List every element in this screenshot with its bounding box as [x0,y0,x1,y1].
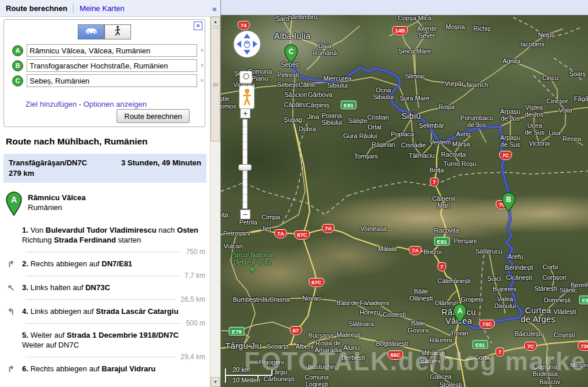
pegman-icon [242,89,252,106]
svg-text:B: B [506,196,511,204]
add-destination-link[interactable]: Ziel hinzufügen [26,100,77,108]
direction-step[interactable]: 1. Von Bulevardul Tudor Vladimirescu nac… [0,224,210,246]
pan-control[interactable] [233,30,261,58]
step-divider: 7,7 km [26,272,205,280]
divider-line [26,323,182,324]
turn-right-icon: ↱ [0,259,22,269]
step-divider: 750 m [26,248,205,256]
step-text: 2. Rechts abbiegen auf DN7/E81 [22,259,206,269]
step-distance: 29,4 km [180,353,205,361]
directions-panel: Route berechnen Meine Karten « × A×B×C× [0,0,221,387]
hand-icon [244,41,250,48]
direction-step[interactable]: ↱2. Rechts abbiegen auf DN7/E81 [0,258,210,270]
scale-km-label: 20 km [233,366,250,373]
divider-line [26,299,176,300]
turn-none-icon [0,225,22,245]
step-distance: 26,5 km [180,295,205,303]
waypoint-input-A[interactable] [27,44,197,57]
waypoint-input-C[interactable] [27,74,197,87]
step-text: 6. Rechts abbiegen auf Barajul Vidraru [22,364,206,374]
zoom-slider-handle[interactable] [238,164,252,171]
waypoint-letter-badge: A [12,45,23,56]
tab-route-berechnen[interactable]: Route berechnen [0,4,73,13]
panel-tab-bar: Route berechnen Meine Karten « [0,0,220,17]
scrollbar-grip [211,83,220,87]
direction-step[interactable]: ↱6. Rechts abbiegen auf Barajul Vidraru [0,363,210,375]
direction-step[interactable]: ↰4. Links abbiegen auf Strada Lascăr Cat… [0,305,210,317]
reset-view-icon [243,73,249,79]
pedestrian-icon [114,26,122,38]
route-summary: Transfăgărăşan/DN7C 3 Stunden, 49 Minute… [3,154,206,183]
waypoint-row: C× [4,73,205,88]
clear-waypoint-icon[interactable]: × [200,46,204,55]
calculate-route-button[interactable]: Route berechnen [117,109,190,123]
step-distance: 500 m [186,319,205,327]
park-tree-icon [248,266,256,275]
national-park-label: Parcul NaționalDefileul Jiului [231,251,274,266]
panel-scrollbar[interactable]: ▲ ▼ [210,17,220,387]
turn-none-icon [0,330,22,350]
waypoint-letter-badge: C [12,75,23,86]
zoom-out-button[interactable]: − [240,209,251,219]
route-start: A Râmnicu Vâlcea Rumänien [6,191,210,218]
waypoint-row: A× [4,43,205,58]
scrollbar-thumb[interactable] [210,28,220,142]
direction-step[interactable]: ↖3. Links halten auf DN73C [0,281,210,294]
step-divider: 500 m [26,319,205,327]
car-icon [84,27,99,37]
waypoint-row: B× [4,58,205,73]
turn-left-icon: ↰ [0,306,22,316]
scale-miles-label: 10 Meilen [233,377,260,384]
map-roads-layer [221,0,588,387]
step-text: 4. Links abbiegen auf Strada Lascăr Cata… [22,306,206,316]
summary-duration: 3 Stunden, 49 Minuten [121,158,201,168]
svg-text:A: A [11,195,17,204]
collapse-panel-icon[interactable]: « [209,3,220,13]
summary-road: Transfăgărăşan/DN7C [9,158,87,168]
panel-body: × A×B×C× Ziel hinzufügen - Optionen anze… [0,17,210,387]
mode-walk-button[interactable] [104,24,131,39]
turn-keep-left-icon: ↖ [0,283,22,292]
map-canvas[interactable]: SântimbruȘardAlba IuliaDaiaRomânăSebeșPe… [221,0,588,387]
map-top-strip [221,0,588,15]
scrollbar-up-icon[interactable]: ▲ [210,17,220,27]
waypoint-letter-badge: B [12,60,23,71]
summary-distance: 279 km [9,168,34,179]
tab-meine-karten[interactable]: Meine Karten [74,4,130,13]
step-text: 5. Weiter auf Strada 1 Decembrie 1918/DN… [22,330,206,350]
step-text: 1. Von Bulevardul Tudor Vladimirescu nac… [22,225,206,245]
turn-right-icon: ↱ [0,364,22,374]
start-region: Rumänien [28,202,86,212]
map-marker-A[interactable]: A [453,303,467,325]
svg-text:C: C [289,48,294,56]
show-options-link[interactable]: Optionen anzeigen [84,100,147,108]
step-divider: 29,4 km [26,353,205,361]
mode-car-button[interactable] [78,24,104,39]
link-separator: - [77,100,84,108]
pegman-streetview[interactable] [239,85,255,109]
map-marker-C[interactable]: C [284,44,298,66]
clear-waypoint-icon[interactable]: × [200,62,204,70]
direction-step[interactable]: 5. Weiter auf Strada 1 Decembrie 1918/DN… [0,329,210,351]
route-title: Route nach Mühlbach, Rumänien [6,136,210,147]
route-form: × A×B×C× Ziel hinzufügen - Optionen anze… [3,19,205,127]
step-distance: 750 m [186,248,205,256]
close-form-icon[interactable]: × [194,21,202,30]
waypoint-input-B[interactable] [27,59,197,72]
map-marker-B[interactable]: B [502,192,516,214]
divider-line [26,276,180,276]
waypoint-list: A×B×C× [4,43,205,88]
clear-waypoint-icon[interactable]: × [200,77,204,85]
travel-mode-toggle [78,24,131,39]
step-distance: 7,7 km [184,272,205,280]
form-links: Ziel hinzufügen - Optionen anzeigen [26,100,147,108]
reset-view-button[interactable] [239,71,252,84]
start-name: Râmnicu Vâlcea [28,193,86,202]
zoom-in-button[interactable]: + [240,108,251,118]
step-text: 3. Links halten auf DN73C [22,283,206,292]
step-divider: 26,5 km [26,295,205,303]
scrollbar-down-icon[interactable]: ▼ [210,377,220,387]
step-subtext: Weiter auf DN7C [22,340,206,350]
divider-line [26,252,182,252]
start-marker-pin: A [6,191,22,218]
